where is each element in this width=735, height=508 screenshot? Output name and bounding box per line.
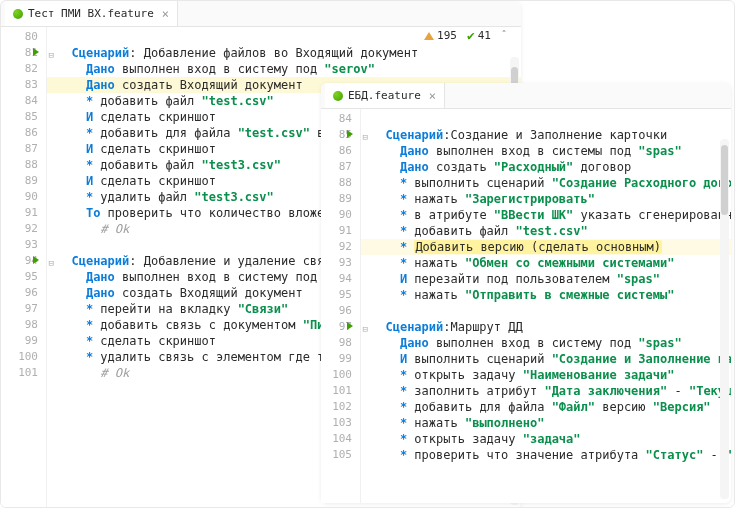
- gutter-right[interactable]: 8485⊟868788899091929394959697⊟9899100101…: [321, 109, 361, 503]
- gutter-line[interactable]: 88: [1, 157, 46, 173]
- tab-left-file[interactable]: Тест ПМИ ВХ.feature ×: [5, 1, 178, 26]
- code-line[interactable]: * нажать "выполнено": [371, 415, 731, 431]
- code-line[interactable]: Дано создать "Расходный" договор: [371, 159, 731, 175]
- gutter-line[interactable]: 95: [321, 287, 360, 303]
- close-icon[interactable]: ×: [429, 89, 436, 103]
- code-line[interactable]: [371, 111, 731, 127]
- code-line[interactable]: * добавить файл "test.csv": [371, 223, 731, 239]
- tabbar-left: Тест ПМИ ВХ.feature ×: [1, 1, 521, 27]
- gutter-line[interactable]: 95: [1, 269, 46, 285]
- code-line[interactable]: * проверить что значение атрибута "Стату…: [371, 447, 731, 463]
- cucumber-icon: [333, 91, 343, 101]
- gutter-line[interactable]: 81⊟: [1, 45, 46, 61]
- scrollbar-right[interactable]: [720, 139, 729, 499]
- run-icon[interactable]: [33, 48, 39, 56]
- gutter-line[interactable]: 100: [1, 349, 46, 365]
- gutter-line[interactable]: 98: [1, 317, 46, 333]
- gutter-line[interactable]: 84: [1, 93, 46, 109]
- gutter-line[interactable]: 97⊟: [321, 319, 360, 335]
- gutter-line[interactable]: 88: [321, 175, 360, 191]
- run-icon[interactable]: [347, 130, 353, 138]
- tab-label: ЕБД.feature: [348, 89, 421, 102]
- code-line[interactable]: * нажать "Зарегистрировать": [371, 191, 731, 207]
- gutter-line[interactable]: 85: [1, 109, 46, 125]
- gutter-line[interactable]: 90: [321, 207, 360, 223]
- code-line[interactable]: Сценарий: Добавление файлов во Входящий …: [57, 45, 521, 61]
- gutter-line[interactable]: 91: [1, 205, 46, 221]
- gutter-line[interactable]: 101: [321, 383, 360, 399]
- right-editor[interactable]: 8485⊟868788899091929394959697⊟9899100101…: [321, 109, 731, 503]
- code-line[interactable]: Дано выполнен вход в систему под "spas": [371, 335, 731, 351]
- gutter-line[interactable]: 103: [321, 415, 360, 431]
- gutter-line[interactable]: 96: [1, 285, 46, 301]
- code-line[interactable]: Сценарий:Маршрут ДД: [371, 319, 731, 335]
- code-line[interactable]: * в атрибуте "ВВести ШК" указать сгенери…: [371, 207, 731, 223]
- gutter-line[interactable]: 83: [1, 77, 46, 93]
- code-line[interactable]: * заполнить атрибут "Дата заключения" - …: [371, 383, 731, 399]
- gutter-line[interactable]: 87: [1, 141, 46, 157]
- gutter-line[interactable]: 101: [1, 365, 46, 381]
- gutter-line[interactable]: 99: [321, 351, 360, 367]
- tabbar-right: ЕБД.feature ×: [321, 83, 731, 109]
- code-line[interactable]: * открыть задачу "Наименование задачи": [371, 367, 731, 383]
- code-line[interactable]: * добавить для файла "Файл" версию "Верс…: [371, 399, 731, 415]
- close-icon[interactable]: ×: [162, 7, 169, 21]
- fold-icon[interactable]: ⊟: [363, 129, 368, 145]
- gutter-line[interactable]: 97: [1, 301, 46, 317]
- gutter-line[interactable]: 102: [321, 399, 360, 415]
- scrollthumb[interactable]: [721, 145, 728, 215]
- code-line[interactable]: И перезайти под пользователем "spas": [371, 271, 731, 287]
- code-line[interactable]: [371, 303, 731, 319]
- gutter-line[interactable]: 86: [321, 143, 360, 159]
- gutter-line[interactable]: 91: [321, 223, 360, 239]
- gutter-line[interactable]: 80: [1, 29, 46, 45]
- code-line[interactable]: Сценарий:Создание и Заполнение карточки: [371, 127, 731, 143]
- gutter-line[interactable]: 93: [321, 255, 360, 271]
- gutter-line[interactable]: 86: [1, 125, 46, 141]
- tab-right-file[interactable]: ЕБД.feature ×: [325, 83, 445, 108]
- code-line[interactable]: * открыть задачу "задача": [371, 431, 731, 447]
- gutter-line[interactable]: 96: [321, 303, 360, 319]
- tab-label: Тест ПМИ ВХ.feature: [28, 7, 154, 20]
- code-line[interactable]: Дано выполнен вход в систему под "serov": [57, 61, 521, 77]
- gutter-line[interactable]: 82: [1, 61, 46, 77]
- gutter-line[interactable]: 92: [321, 239, 360, 255]
- code-line[interactable]: * Добавить версию (сделать основным): [361, 239, 731, 255]
- gutter-line[interactable]: 89: [321, 191, 360, 207]
- gutter-line[interactable]: 85⊟: [321, 127, 360, 143]
- gutter-line[interactable]: 98: [321, 335, 360, 351]
- code-line[interactable]: * нажать "Отправить в смежные системы": [371, 287, 731, 303]
- gutter-line[interactable]: 87: [321, 159, 360, 175]
- right-editor-panel: ЕБД.feature × 8485⊟868788899091929394959…: [321, 83, 731, 503]
- code-line[interactable]: Дано выполнен вход в системы под "spas": [371, 143, 731, 159]
- fold-icon[interactable]: ⊟: [49, 47, 54, 63]
- fold-icon[interactable]: ⊟: [363, 321, 368, 337]
- code-line[interactable]: [57, 29, 521, 45]
- code-line[interactable]: * выполнить сценарий "Создание Расходног…: [371, 175, 731, 191]
- gutter-line[interactable]: 89: [1, 173, 46, 189]
- code-line[interactable]: И выполнить сценарий "Создание и Заполне…: [371, 351, 731, 367]
- code-right[interactable]: Сценарий:Создание и Заполнение карточки …: [361, 109, 731, 503]
- run-icon[interactable]: [33, 256, 39, 264]
- gutter-line[interactable]: 84: [321, 111, 360, 127]
- cucumber-icon: [13, 9, 23, 19]
- gutter-line[interactable]: 90: [1, 189, 46, 205]
- gutter-line[interactable]: 104: [321, 431, 360, 447]
- gutter-line[interactable]: 94⊟: [1, 253, 46, 269]
- gutter-line[interactable]: 100: [321, 367, 360, 383]
- gutter-line[interactable]: 93: [1, 237, 46, 253]
- gutter-line[interactable]: 99: [1, 333, 46, 349]
- gutter-line[interactable]: 94: [321, 271, 360, 287]
- gutter-line[interactable]: 92: [1, 221, 46, 237]
- gutter-line[interactable]: 105: [321, 447, 360, 463]
- fold-icon[interactable]: ⊟: [49, 255, 54, 271]
- gutter-left[interactable]: 8081⊟82838485868788899091929394⊟95969798…: [1, 27, 47, 508]
- run-icon[interactable]: [347, 322, 353, 330]
- code-line[interactable]: * нажать "Обмен со смежными системами": [371, 255, 731, 271]
